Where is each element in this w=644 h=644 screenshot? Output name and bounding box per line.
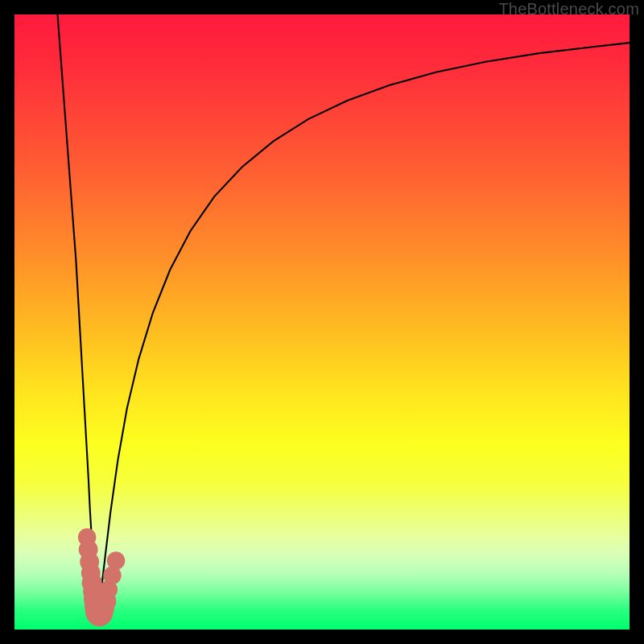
right-branch-line [97, 43, 630, 614]
left-branch-line [57, 14, 97, 614]
curve-layer [57, 14, 630, 614]
watermark-text: TheBottleneck.com [498, 0, 639, 19]
scatter-layer [78, 528, 125, 626]
data-point [107, 551, 126, 570]
plot-area [14, 14, 630, 630]
chart-svg [14, 14, 630, 630]
chart-frame: TheBottleneck.com [0, 0, 644, 644]
